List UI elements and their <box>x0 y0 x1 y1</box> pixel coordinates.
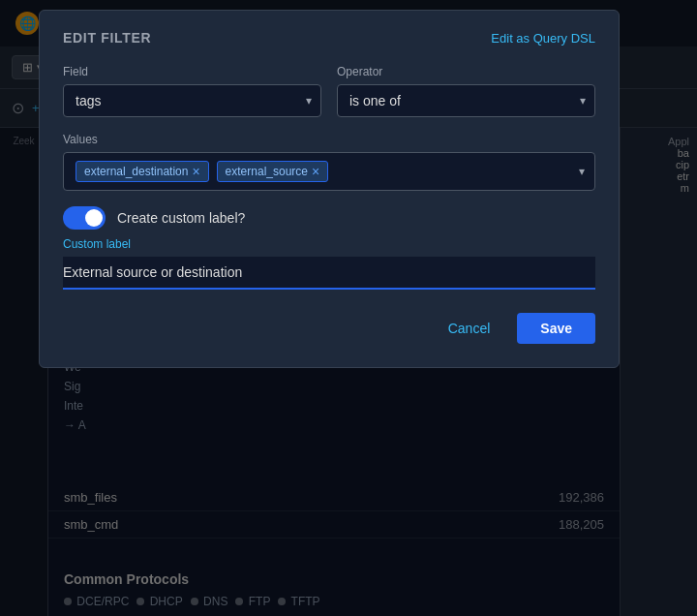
edit-query-dsl-button[interactable]: Edit as Query DSL <box>491 31 595 46</box>
custom-label-section: Custom label <box>63 237 595 290</box>
values-section: Values external_destination × external_s… <box>63 133 595 191</box>
field-label: Field <box>63 65 321 78</box>
tag-chip-1: external_source × <box>217 161 329 182</box>
operator-group: Operator is one of ▾ <box>337 65 595 117</box>
modal-header: EDIT FILTER Edit as Query DSL <box>63 30 595 46</box>
custom-label-input[interactable] <box>63 257 595 290</box>
modal-footer: Cancel Save <box>63 313 595 344</box>
values-label: Values <box>63 133 595 146</box>
custom-label-toggle[interactable] <box>63 206 106 230</box>
field-group: Field tags ▾ <box>63 65 321 117</box>
custom-label-heading: Custom label <box>63 237 595 251</box>
edit-filter-modal: EDIT FILTER Edit as Query DSL Field tags… <box>39 10 620 368</box>
modal-title: EDIT FILTER <box>63 30 151 46</box>
values-container[interactable]: external_destination × external_source ×… <box>63 152 595 191</box>
tag-text-0: external_destination <box>84 165 188 178</box>
tag-remove-1[interactable]: × <box>312 165 319 178</box>
cancel-button[interactable]: Cancel <box>433 313 506 344</box>
operator-select-wrapper: is one of ▾ <box>337 84 595 117</box>
tag-remove-0[interactable]: × <box>192 165 199 178</box>
save-button[interactable]: Save <box>517 313 595 344</box>
field-select[interactable]: tags <box>63 84 321 117</box>
tag-chip-0: external_destination × <box>76 161 209 182</box>
operator-select[interactable]: is one of <box>337 84 595 117</box>
field-operator-row: Field tags ▾ Operator is one of ▾ <box>63 65 595 117</box>
field-select-wrapper: tags ▾ <box>63 84 321 117</box>
operator-label: Operator <box>337 65 595 78</box>
tag-text-1: external_source <box>226 165 308 178</box>
toggle-knob <box>85 209 103 227</box>
toggle-row: Create custom label? <box>63 206 595 230</box>
toggle-label-text: Create custom label? <box>117 210 245 226</box>
values-chevron-icon[interactable]: ▾ <box>579 165 585 178</box>
